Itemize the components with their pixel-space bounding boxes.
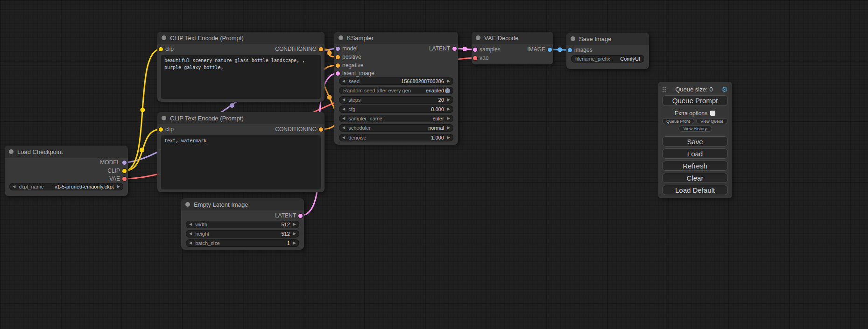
view-queue-button[interactable]: View Queue: [696, 118, 728, 124]
decrement-arrow-icon[interactable]: ◀: [189, 241, 192, 245]
view-history-button[interactable]: View History: [678, 126, 712, 132]
ckpt-name-widget[interactable]: ◀ ckpt_name v1-5-pruned-emaonly.ckpt ▶: [9, 183, 123, 190]
sampler-name-widget[interactable]: ◀ sampler_name euler ▶: [339, 115, 453, 122]
increment-arrow-icon[interactable]: ▶: [293, 223, 296, 226]
widget-value: 20: [438, 97, 444, 103]
latent-output-port[interactable]: [452, 47, 457, 51]
load-button[interactable]: Load: [662, 148, 728, 159]
widget-label: Random seed after every gen: [343, 88, 411, 93]
node-title-bar[interactable]: CLIP Text Encode (Prompt): [157, 112, 325, 124]
collapse-dot-icon[interactable]: [162, 116, 166, 120]
batch-size-widget[interactable]: ◀ batch_size 1 ▶: [186, 239, 299, 247]
slot-label: CONDITIONING: [275, 126, 317, 133]
node-clip-text-encode-negative[interactable]: CLIP Text Encode (Prompt) clip CONDITION…: [157, 112, 325, 192]
increment-arrow-icon[interactable]: ▶: [447, 98, 450, 102]
increment-arrow-icon[interactable]: ▶: [293, 232, 296, 236]
settings-gear-icon[interactable]: ⚙: [722, 86, 728, 93]
save-button[interactable]: Save: [662, 136, 728, 147]
queue-prompt-button[interactable]: Queue Prompt: [662, 95, 728, 106]
negative-input-port[interactable]: [336, 63, 340, 68]
collapse-dot-icon[interactable]: [571, 36, 575, 41]
denoise-widget[interactable]: ◀ denoise 1.000 ▶: [339, 134, 453, 141]
collapse-dot-icon[interactable]: [339, 35, 343, 40]
wire-cond-negative-midpoint[interactable]: [327, 95, 332, 100]
wire-latent-samples-midpoint[interactable]: [463, 47, 467, 51]
node-ksampler[interactable]: KSampler model LATENT positive negative …: [334, 32, 458, 145]
queue-front-button[interactable]: Queue Front: [662, 118, 694, 124]
node-title-bar[interactable]: Save Image: [566, 33, 649, 45]
drag-handle-icon[interactable]: [662, 86, 666, 92]
collapse-dot-icon[interactable]: [476, 35, 480, 40]
widget-value: euler: [432, 116, 444, 121]
wire-clip-positive-midpoint[interactable]: [140, 108, 145, 112]
node-title-bar[interactable]: Load Checkpoint: [5, 146, 128, 158]
increment-arrow-icon[interactable]: ▶: [447, 79, 450, 83]
increment-arrow-icon[interactable]: ▶: [447, 126, 450, 130]
widget-label: denoise: [348, 135, 367, 140]
wire-cond-positive-midpoint[interactable]: [327, 51, 332, 56]
width-widget[interactable]: ◀ width 512 ▶: [186, 221, 299, 228]
node-empty-latent-image[interactable]: Empty Latent Image LATENT ◀ width 512 ▶ …: [181, 198, 304, 250]
increment-arrow-icon[interactable]: ▶: [447, 107, 450, 111]
node-title-bar[interactable]: VAE Decode: [472, 32, 553, 44]
decrement-arrow-icon[interactable]: ◀: [13, 185, 15, 189]
increment-arrow-icon[interactable]: ▶: [447, 117, 450, 120]
samples-input-port[interactable]: [473, 48, 477, 52]
height-widget[interactable]: ◀ height 512 ▶: [186, 230, 299, 238]
random-seed-toggle-widget[interactable]: Random seed after every gen enabled: [339, 87, 453, 94]
clear-button[interactable]: Clear: [662, 173, 728, 183]
refresh-button[interactable]: Refresh: [662, 161, 728, 171]
node-save-image[interactable]: Save Image images filename_prefix ComfyU…: [566, 33, 649, 69]
increment-arrow-icon[interactable]: ▶: [293, 241, 296, 245]
seed-widget[interactable]: ◀ seed 156680208700286 ▶: [339, 77, 453, 85]
wire-model-midpoint[interactable]: [230, 103, 234, 108]
positive-input-port[interactable]: [336, 55, 340, 59]
node-title-bar[interactable]: KSampler: [334, 32, 458, 44]
output-slot-latent: LATENT: [181, 211, 304, 220]
positive-prompt-textarea[interactable]: beautiful scenery nature glass bottle la…: [161, 55, 321, 99]
conditioning-output-port[interactable]: [319, 47, 323, 51]
collapse-dot-icon[interactable]: [9, 149, 14, 154]
clip-output-port[interactable]: [122, 169, 127, 173]
node-title-bar[interactable]: CLIP Text Encode (Prompt): [157, 32, 325, 44]
latent-output-port[interactable]: [298, 214, 303, 218]
decrement-arrow-icon[interactable]: ◀: [342, 117, 345, 120]
steps-widget[interactable]: ◀ steps 20 ▶: [339, 96, 453, 104]
toggle-dot-icon[interactable]: [445, 88, 450, 93]
decrement-arrow-icon[interactable]: ◀: [342, 136, 345, 140]
collapse-dot-icon[interactable]: [162, 35, 166, 40]
latent-image-input-port[interactable]: [336, 71, 340, 76]
vae-input-port[interactable]: [473, 56, 477, 60]
scheduler-widget[interactable]: ◀ scheduler normal ▶: [339, 124, 453, 132]
collapse-dot-icon[interactable]: [185, 202, 190, 207]
model-output-port[interactable]: [122, 161, 127, 165]
widget-value: enabled: [426, 88, 444, 93]
decrement-arrow-icon[interactable]: ◀: [342, 126, 345, 130]
conditioning-output-port[interactable]: [319, 127, 323, 132]
extra-options-checkbox[interactable]: [710, 111, 715, 116]
cfg-widget[interactable]: ◀ cfg 8.000 ▶: [339, 105, 453, 113]
vae-output-port[interactable]: [122, 177, 127, 181]
negative-prompt-textarea[interactable]: text, watermark: [161, 135, 321, 189]
node-clip-text-encode-positive[interactable]: CLIP Text Encode (Prompt) clip CONDITION…: [157, 32, 325, 102]
model-input-port[interactable]: [336, 47, 340, 51]
decrement-arrow-icon[interactable]: ◀: [189, 232, 192, 236]
images-input-port[interactable]: [568, 48, 572, 52]
decrement-arrow-icon[interactable]: ◀: [189, 223, 192, 226]
increment-arrow-icon[interactable]: ▶: [117, 185, 120, 189]
node-load-checkpoint[interactable]: Load Checkpoint MODEL CLIP VAE ◀ ckpt_na…: [5, 146, 128, 196]
decrement-arrow-icon[interactable]: ◀: [342, 79, 345, 83]
decrement-arrow-icon[interactable]: ◀: [342, 98, 345, 102]
increment-arrow-icon[interactable]: ▶: [447, 136, 450, 140]
node-vae-decode[interactable]: VAE Decode samples IMAGE vae: [472, 32, 553, 64]
decrement-arrow-icon[interactable]: ◀: [342, 107, 345, 111]
slot-label: vae: [480, 55, 488, 61]
filename-prefix-widget[interactable]: filename_prefix ComfyUI: [571, 55, 644, 63]
node-title-bar[interactable]: Empty Latent Image: [181, 198, 304, 210]
queue-size-label: Queue size: 0: [669, 86, 720, 93]
image-output-port[interactable]: [548, 48, 552, 52]
graph-canvas[interactable]: Load Checkpoint MODEL CLIP VAE ◀ ckpt_na…: [0, 0, 868, 329]
load-default-button[interactable]: Load Default: [662, 185, 728, 195]
wire-image-midpoint[interactable]: [557, 48, 562, 52]
wire-clip-negative-midpoint[interactable]: [140, 148, 144, 153]
